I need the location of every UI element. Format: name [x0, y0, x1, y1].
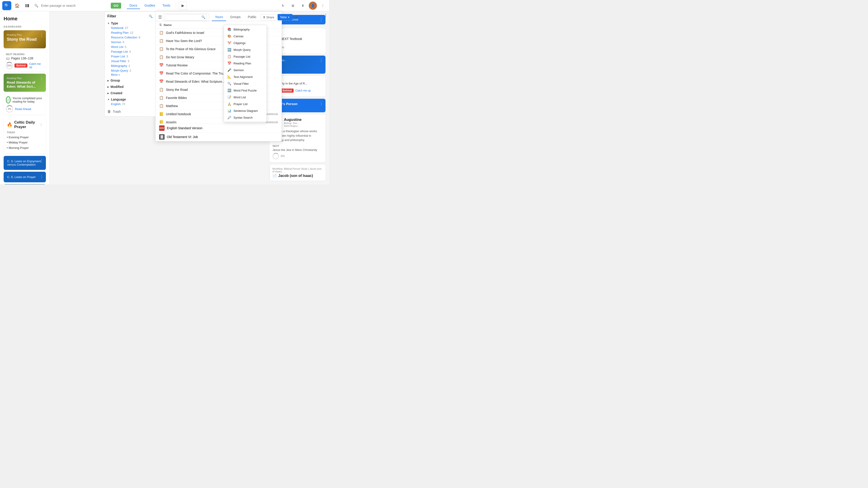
dropdown-item-text-alignment[interactable]: 📐 Text Alignment: [224, 73, 267, 80]
info-button[interactable]: ℹ: [293, 14, 294, 20]
clone-button[interactable]: ⧉: [296, 14, 298, 20]
filter-item-morph[interactable]: Morph Query 2: [107, 68, 153, 73]
filter-group-row[interactable]: ▶ Group: [107, 78, 153, 83]
dropdown-item-canvas[interactable]: 🎨 Canvas: [224, 33, 267, 39]
grid-button[interactable]: ⊞: [289, 2, 297, 10]
filter-item-prayer-list[interactable]: Prayer List 3: [107, 54, 153, 59]
stony-road-menu[interactable]: ⋮: [39, 33, 43, 37]
nav-link-guides[interactable]: Guides: [142, 2, 158, 9]
dropdown-item-syntax-search[interactable]: 🔎 Syntax Search: [224, 114, 267, 121]
panel-more-button[interactable]: ⋮: [299, 14, 302, 20]
doc-icon: 📅: [159, 71, 164, 75]
filter-item-passage-list[interactable]: Passage List 4: [107, 49, 153, 54]
name-sort-icon[interactable]: ⇅: [159, 23, 162, 27]
logo-button[interactable]: 🔍: [2, 1, 11, 10]
language-expand-icon: ▼: [107, 98, 110, 101]
celtic-prayer-title: Celtic Daily Prayer: [14, 120, 38, 129]
share-nav-button[interactable]: ⬆: [299, 2, 307, 10]
go-button[interactable]: GO: [111, 3, 121, 8]
filter-item-reading-plan[interactable]: Reading Plan 12: [107, 30, 153, 35]
top-navigation: 🔍 🏠 🔍 GO Docs Guides Tools ▶ ↻ ⊞ ⬆ 👤 ⋮: [0, 0, 329, 11]
language-label: Language: [111, 98, 126, 101]
filter-item-notebook[interactable]: Notebook 27: [107, 26, 153, 30]
tab-public[interactable]: Public: [245, 13, 259, 21]
name-header-text: Name: [164, 23, 172, 27]
ot-item[interactable]: Old Testament VI: Job: [156, 132, 282, 141]
filter-more-link[interactable]: More »: [107, 73, 153, 76]
modified-label: Modified: [111, 85, 124, 89]
library-button[interactable]: [23, 2, 31, 10]
catch-up-stony[interactable]: Catch me up: [29, 62, 43, 69]
today-label: TODAY: [7, 131, 43, 134]
dropdown-item-sermon[interactable]: 🎤 Sermon: [224, 67, 267, 73]
esv-item[interactable]: ESV English Standard Version: [156, 124, 282, 132]
lewis2-menu[interactable]: ⋮: [39, 174, 43, 179]
eden-card: Reading Plan Read Stewards of Eden: What…: [4, 74, 46, 92]
bibliography-icon: 📚: [227, 28, 231, 31]
dropdown-item-sentence-diagram[interactable]: 📊 Sentence Diagram: [224, 107, 267, 114]
celtic-prayer-card: 🔥 Celtic Daily Prayer ⋮ TODAY Evening Pr…: [4, 117, 46, 154]
prayer-item-1: Evening Prayer: [7, 135, 43, 140]
filter-created-row[interactable]: ▶ Created: [107, 91, 153, 95]
cs-lewis-behind: Behind: [281, 89, 293, 93]
share-icon: ⬆: [263, 15, 266, 19]
book-icon: 📖: [6, 57, 10, 60]
dropdown-item-word-list[interactable]: 📝 Word List: [224, 94, 267, 101]
cs-lewis-catchup[interactable]: Catch me up: [296, 89, 311, 92]
tab-groups[interactable]: Groups: [227, 13, 244, 21]
dropdown-item-clippings[interactable]: ✂️ Clippings: [224, 39, 267, 46]
lewis1-menu[interactable]: ⋮: [39, 158, 43, 163]
read-ahead-link[interactable]: Read Ahead: [15, 107, 31, 111]
filter-language-row[interactable]: ▼ Language: [107, 97, 153, 102]
tab-yours[interactable]: Yours: [212, 13, 226, 21]
hamburger-button[interactable]: ☰: [158, 13, 162, 21]
gk101-menu[interactable]: ⋮: [319, 17, 323, 22]
search-input[interactable]: [41, 4, 109, 7]
gk101-textbook: NEXT Textbook: [280, 37, 302, 41]
filter-header: Filter 🔍: [107, 14, 153, 18]
filter-item-bibliography[interactable]: Bibliography 2: [107, 64, 153, 68]
filter-item-resource[interactable]: Resource Collection 8: [107, 35, 153, 40]
dropdown-item-reading-plan[interactable]: 📅 Reading Plan: [224, 60, 267, 67]
filter-item-word-list[interactable]: Word List 5: [107, 44, 153, 49]
dropdown-item-word-find[interactable]: 🔤 Word Find Puzzle: [224, 87, 267, 94]
christs-person-menu[interactable]: ⋮: [319, 101, 323, 106]
pages-text: 📖 Pages 136–139: [6, 57, 43, 60]
filter-item-sermon[interactable]: Sermon 5: [107, 40, 153, 44]
more-nav-button[interactable]: ⋮: [319, 2, 327, 10]
filter-modified-row[interactable]: ▶ Modified: [107, 85, 153, 89]
filter-item-visual-filter[interactable]: Visual Filter 3: [107, 59, 153, 64]
dropdown-item-bibliography[interactable]: 📚 Bibliography: [224, 26, 267, 33]
dropdown-item-morph-query[interactable]: 🔤 Morph Query: [224, 46, 267, 53]
stony-road-card: Reading Plan Stony the Road ⋮: [4, 30, 46, 48]
eden-menu[interactable]: ⋮: [39, 76, 43, 81]
cs-lewis-menu[interactable]: ⋮: [319, 58, 323, 63]
workflow-menu[interactable]: ⋮: [324, 13, 327, 17]
panel-search-icon: 🔍: [202, 15, 205, 19]
terminal-button[interactable]: ▶: [179, 2, 187, 10]
dropdown-item-prayer-list[interactable]: 🙏 Prayer List: [224, 101, 267, 107]
filter-type-row[interactable]: ▼ Type: [107, 21, 153, 26]
panel-search-input[interactable]: [165, 14, 207, 20]
dropdown-item-visual-filter[interactable]: 🔍 Visual Filter: [224, 80, 267, 87]
fire-icon: 🔥: [7, 122, 12, 127]
filter-item-english[interactable]: English 72: [107, 102, 153, 106]
celtic-menu[interactable]: ⋮: [39, 123, 43, 127]
svg-rect-2: [28, 4, 29, 7]
eden-title: Read Stewards of Eden: What Scri...: [7, 80, 43, 89]
eden-percent: 3%: [8, 108, 11, 110]
svg-rect-0: [25, 4, 26, 7]
filter-modified-section: ▶ Modified: [107, 85, 153, 89]
home-button[interactable]: 🏠: [13, 2, 21, 10]
nav-link-docs[interactable]: Docs: [127, 2, 140, 9]
share-button[interactable]: ⬆ Share: [260, 14, 277, 20]
nav-link-tools[interactable]: Tools: [160, 2, 173, 9]
refresh-button[interactable]: ↻: [279, 2, 287, 10]
trash-item[interactable]: 🗑 Trash: [107, 108, 153, 113]
new-button[interactable]: New ▼: [278, 14, 292, 20]
reading-plan-icon: 📅: [227, 61, 231, 65]
user-avatar[interactable]: 👤: [309, 2, 317, 10]
filter-search-icon[interactable]: 🔍: [149, 14, 153, 18]
new-dropdown-menu: 📚 Bibliography 🎨 Canvas ✂️ Clippings 🔤 M…: [224, 25, 267, 122]
dropdown-item-passage-list[interactable]: 📋 Passage List: [224, 53, 267, 60]
